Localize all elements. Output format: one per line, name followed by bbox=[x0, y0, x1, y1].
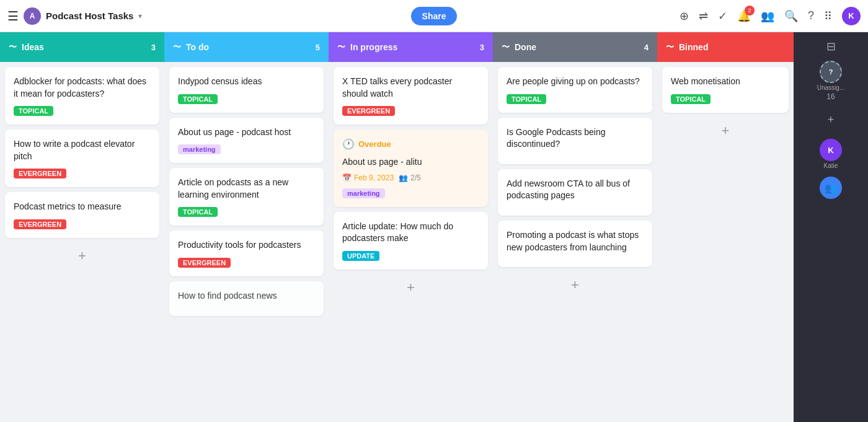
tag-topical: TOPICAL bbox=[671, 94, 711, 104]
card-done-1[interactable]: Are people giving up on podcasts? TOPICA… bbox=[498, 67, 652, 113]
search-icon[interactable]: 🔍 bbox=[784, 9, 798, 23]
card-todo-2[interactable]: About us page - podcast host marketing bbox=[169, 118, 324, 164]
pulse-icon-binned: 〜 bbox=[666, 42, 674, 53]
card-title: Article update: How much do podcasters m… bbox=[342, 221, 479, 245]
column-label-binned: Binned bbox=[679, 42, 708, 52]
card-inprogress-2-overdue[interactable]: 🕐 Overdue About us page - alitu 📅 Feb 9,… bbox=[334, 130, 488, 207]
overdue-header: 🕐 Overdue bbox=[342, 138, 479, 150]
group-icon: 👥 bbox=[399, 174, 408, 182]
chevron-down-icon: ▾ bbox=[138, 12, 142, 20]
card-inprogress-1[interactable]: X TED talks every podcaster should watch… bbox=[334, 67, 488, 125]
workspace-name[interactable]: Podcast Host Tasks bbox=[46, 11, 133, 21]
column-body-inprogress: X TED talks every podcaster should watch… bbox=[329, 62, 493, 422]
tag-topical: TOPICAL bbox=[178, 207, 218, 217]
topbar-left: ☰ A Podcast Host Tasks ▾ bbox=[7, 7, 406, 25]
add-member-button[interactable]: + bbox=[823, 111, 839, 129]
hamburger-icon[interactable]: ☰ bbox=[7, 9, 19, 24]
column-count-ideas: 3 bbox=[151, 43, 156, 52]
column-binned: 〜 Binned Web monetisation TOPICAL + bbox=[657, 32, 794, 422]
column-body-ideas: Adblocker for podcasts: what does it mea… bbox=[0, 62, 164, 422]
card-title: Add newsroom CTA to all bus of podcastin… bbox=[507, 178, 644, 202]
card-meta: 📅 Feb 9, 2023 👥 2/5 bbox=[342, 174, 479, 182]
column-header-done: 〜 Done 4 bbox=[493, 32, 657, 62]
workspace-avatar: A bbox=[24, 7, 41, 25]
card-binned-1[interactable]: Web monetisation TOPICAL bbox=[662, 67, 789, 113]
column-header-binned: 〜 Binned bbox=[657, 32, 794, 62]
column-label-done: Done bbox=[515, 42, 536, 52]
add-icon[interactable]: ⊕ bbox=[680, 9, 689, 23]
clock-icon: 🕐 bbox=[342, 138, 355, 150]
unassigned-avatar[interactable]: ? bbox=[820, 61, 842, 83]
tag-topical: TOPICAL bbox=[178, 94, 218, 104]
board: 〜 Ideas 3 Adblocker for podcasts: what d… bbox=[0, 32, 868, 422]
card-title: How to write a podcast elevator pitch bbox=[14, 138, 151, 162]
add-card-button-binned[interactable]: + bbox=[717, 120, 735, 141]
card-title: Web monetisation bbox=[671, 76, 780, 88]
filter-icon[interactable]: ⇌ bbox=[699, 9, 708, 23]
add-card-button-done[interactable]: + bbox=[566, 275, 584, 296]
column-count-todo: 5 bbox=[316, 43, 320, 52]
card-done-2[interactable]: Is Google Podcasts being discontinued? bbox=[498, 118, 652, 164]
card-todo-1[interactable]: Indypod census ideas TOPICAL bbox=[169, 67, 324, 113]
topbar: ☰ A Podcast Host Tasks ▾ Share ⊕ ⇌ ✓ 🔔 2… bbox=[0, 0, 868, 32]
add-card-button-inprogress[interactable]: + bbox=[402, 277, 420, 298]
column-label-inprogress: In progress bbox=[350, 42, 397, 52]
card-done-3[interactable]: Add newsroom CTA to all bus of podcastin… bbox=[498, 169, 652, 216]
column-body-todo: Indypod census ideas TOPICAL About us pa… bbox=[164, 62, 329, 422]
card-title: Article on podcasts as a new learning en… bbox=[178, 177, 315, 201]
katie-avatar[interactable]: K bbox=[820, 139, 842, 161]
tag-evergreen: EVERGREEN bbox=[14, 169, 66, 178]
pulse-icon-ideas: 〜 bbox=[9, 42, 17, 53]
card-todo-5[interactable]: How to find podcast news bbox=[169, 281, 324, 316]
check-icon[interactable]: ✓ bbox=[718, 9, 727, 23]
column-header-ideas: 〜 Ideas 3 bbox=[0, 32, 164, 62]
people-icon[interactable]: 👥 bbox=[761, 9, 774, 23]
card-done-4[interactable]: Promoting a podcast is what stops new po… bbox=[498, 221, 652, 267]
group-avatar[interactable]: 👥 bbox=[820, 177, 842, 199]
katie-label: Katie bbox=[824, 162, 838, 169]
user-avatar[interactable]: K bbox=[842, 7, 861, 25]
unassigned-count: 16 bbox=[826, 92, 835, 101]
tag-marketing: marketing bbox=[342, 188, 385, 198]
pulse-icon-done: 〜 bbox=[502, 42, 510, 53]
card-ideas-2[interactable]: How to write a podcast elevator pitch EV… bbox=[5, 130, 159, 187]
card-title: Productivity tools for podcasters bbox=[178, 239, 315, 252]
sidebar-unassigned[interactable]: ? Unassig... 16 bbox=[817, 61, 844, 101]
help-icon[interactable]: ? bbox=[808, 9, 814, 22]
apps-icon[interactable]: ⠿ bbox=[824, 9, 832, 23]
column-body-binned: Web monetisation TOPICAL + bbox=[657, 62, 794, 422]
card-todo-4[interactable]: Productivity tools for podcasters EVERGR… bbox=[169, 231, 324, 276]
card-inprogress-3[interactable]: Article update: How much do podcasters m… bbox=[334, 212, 488, 270]
card-title: About us page - alitu bbox=[342, 156, 479, 169]
notification-badge: 2 bbox=[745, 6, 755, 15]
notification-icon[interactable]: 🔔 2 bbox=[737, 9, 751, 23]
card-ideas-3[interactable]: Podcast metrics to measure EVERGREEN bbox=[5, 192, 159, 238]
sidebar-toggle-icon[interactable]: ⊟ bbox=[826, 40, 836, 53]
card-title: Adblocker for podcasts: what does it mea… bbox=[14, 76, 151, 100]
column-count-inprogress: 3 bbox=[480, 43, 484, 52]
tag-evergreen: EVERGREEN bbox=[178, 258, 231, 268]
column-inprogress: 〜 In progress 3 X TED talks every podcas… bbox=[329, 32, 493, 422]
add-card-button-ideas[interactable]: + bbox=[73, 245, 91, 266]
column-done: 〜 Done 4 Are people giving up on podcast… bbox=[493, 32, 657, 422]
tag-evergreen: EVERGREEN bbox=[14, 219, 66, 229]
card-title: Are people giving up on podcasts? bbox=[507, 76, 644, 88]
column-count-done: 4 bbox=[644, 43, 649, 52]
column-body-done: Are people giving up on podcasts? TOPICA… bbox=[493, 62, 657, 422]
card-ideas-1[interactable]: Adblocker for podcasts: what does it mea… bbox=[5, 67, 159, 125]
card-title: X TED talks every podcaster should watch bbox=[342, 76, 479, 100]
share-button[interactable]: Share bbox=[411, 7, 458, 25]
calendar-icon: 📅 bbox=[342, 174, 352, 182]
column-label-ideas: Ideas bbox=[22, 42, 44, 52]
pulse-icon-todo: 〜 bbox=[173, 42, 181, 53]
right-sidebar: ⊟ ? Unassig... 16 + K Katie 👥 bbox=[794, 32, 868, 422]
sidebar-katie[interactable]: K Katie bbox=[820, 139, 842, 169]
sidebar-group[interactable]: 👥 bbox=[820, 177, 842, 199]
card-todo-3[interactable]: Article on podcasts as a new learning en… bbox=[169, 168, 324, 226]
tag-update: UPDATE bbox=[342, 251, 379, 261]
card-title: Is Google Podcasts being discontinued? bbox=[507, 126, 644, 151]
card-date: 📅 Feb 9, 2023 bbox=[342, 174, 394, 182]
column-label-todo: To do bbox=[186, 42, 209, 52]
column-header-todo: 〜 To do 5 bbox=[164, 32, 329, 62]
tag-marketing: marketing bbox=[178, 144, 221, 154]
